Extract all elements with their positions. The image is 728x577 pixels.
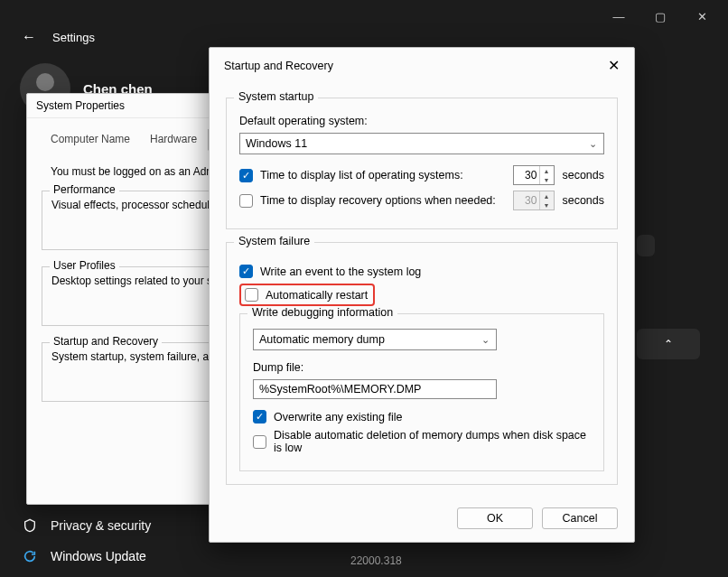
close-icon[interactable]: ✕ [603, 57, 623, 74]
startup-recovery-dialog: Startup and Recovery ✕ System startup De… [209, 47, 635, 543]
dialog-title: Startup and Recovery [224, 60, 333, 72]
dump-file-label: Dump file: [253, 361, 591, 374]
default-os-select-wrap: Windows 11 ⌄ [239, 133, 604, 154]
checkbox-write-event[interactable]: ✓ [239, 265, 253, 278]
disable-delete-label: Disable automatic deletion of memory dum… [274, 429, 591, 454]
fieldset-system-startup: System startup Default operating system:… [226, 98, 618, 229]
dialog-body: System startup Default operating system:… [210, 81, 634, 485]
row-display-recovery: Time to display recovery options when ne… [239, 191, 604, 210]
sidebar-item-update[interactable]: Windows Update [16, 541, 156, 572]
minimize-button[interactable]: — [598, 2, 639, 31]
auto-restart-label: Automatically restart [266, 289, 368, 302]
seconds-label: seconds [562, 194, 604, 207]
background-expand-button[interactable]: ⌃ [637, 329, 700, 359]
write-event-label: Write an event to the system log [260, 265, 421, 278]
group-title: Startup and Recovery [50, 335, 162, 348]
fieldset-legend: System failure [234, 235, 314, 247]
sidebar-item-privacy[interactable]: Privacy & security [16, 510, 156, 541]
row-auto-restart: Automatically restart [239, 284, 604, 306]
highlight-auto-restart: Automatically restart [239, 284, 375, 306]
back-arrow-icon[interactable]: ← [22, 29, 36, 45]
fieldset-legend: Write debugging information [247, 306, 397, 319]
spinner-display-recovery: ▲▼ [513, 191, 555, 210]
build-number: 22000.318 [350, 554, 402, 567]
display-recovery-label: Time to display recovery options when ne… [260, 194, 496, 207]
sidebar-item-label: Privacy & security [51, 518, 151, 533]
ok-button[interactable]: OK [457, 507, 533, 529]
checkbox-auto-restart[interactable] [245, 288, 258, 302]
update-icon [22, 548, 38, 564]
checkbox-display-recovery[interactable] [239, 194, 253, 208]
tab-hardware[interactable]: Hardware [141, 129, 206, 151]
spinner-buttons: ▲▼ [539, 191, 552, 209]
group-title: Performance [50, 183, 119, 196]
row-overwrite: ✓ Overwrite any existing file [253, 410, 591, 423]
default-os-label: Default operating system: [239, 115, 604, 127]
row-write-event: ✓ Write an event to the system log [239, 265, 604, 278]
dialog-footer: OK Cancel [457, 507, 618, 529]
shield-icon [22, 517, 38, 534]
cancel-button[interactable]: Cancel [542, 507, 618, 529]
fieldset-legend: System startup [234, 90, 318, 103]
fieldset-write-debug: Write debugging information Automatic me… [239, 313, 604, 471]
sidebar: Privacy & security Windows Update [16, 510, 156, 572]
spinner-buttons[interactable]: ▲▼ [539, 166, 552, 184]
close-button[interactable]: ✕ [681, 2, 723, 31]
seconds-label: seconds [562, 169, 604, 181]
row-disable-delete: Disable automatic deletion of memory dum… [253, 429, 591, 454]
default-os-select[interactable]: Windows 11 [239, 133, 604, 154]
spinner-input [514, 194, 539, 207]
group-title: User Profiles [50, 259, 119, 272]
background-card-fragment [637, 235, 655, 256]
spinner-input[interactable] [514, 169, 539, 181]
overwrite-label: Overwrite any existing file [274, 411, 402, 423]
fieldset-system-failure: System failure ✓ Write an event to the s… [226, 242, 618, 485]
display-list-label: Time to display list of operating system… [260, 169, 463, 181]
row-display-list: ✓ Time to display list of operating syst… [239, 165, 604, 185]
debug-info-select[interactable]: Automatic memory dump [253, 329, 497, 350]
spinner-display-list[interactable]: ▲▼ [513, 165, 555, 185]
dialog-titlebar: Startup and Recovery ✕ [210, 48, 634, 81]
tab-computer-name[interactable]: Computer Name [42, 129, 139, 151]
dump-file-input[interactable] [253, 379, 497, 399]
checkbox-overwrite[interactable]: ✓ [253, 410, 266, 423]
maximize-button[interactable]: ▢ [639, 2, 681, 31]
checkbox-display-list[interactable]: ✓ [239, 169, 253, 182]
sidebar-item-label: Windows Update [51, 549, 146, 563]
checkbox-disable-delete[interactable] [253, 435, 266, 449]
debug-select-wrap: Automatic memory dump ⌄ [253, 329, 497, 350]
settings-title: Settings [52, 31, 95, 44]
